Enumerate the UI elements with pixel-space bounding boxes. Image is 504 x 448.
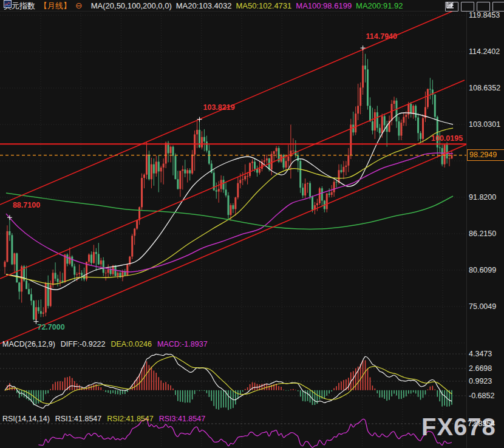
trading-chart-window: 美元指数 【月线】 ⊖ MA(20,50,100,200,0,0) MA20:1… (0, 0, 504, 448)
price-annotation-low-2011: 72.7000 (37, 323, 64, 331)
ma-settings-label: MA(20,50,100,200,0,0) (91, 1, 172, 10)
y-axis-label: 103.0301 (469, 120, 500, 129)
chart-header: 美元指数 【月线】 ⊖ MA(20,50,100,200,0,0) MA20:1… (4, 0, 403, 12)
macd-axis-label: 0.9923 (469, 377, 492, 385)
price-annotation-high-2022: 114.7940 (366, 32, 397, 41)
macd-axis-label: 2.6698 (469, 364, 492, 373)
y-axis-label: 86.2150 (469, 229, 496, 238)
macd-title: MACD(26,12,9) (2, 340, 55, 348)
y-axis-label: 119.8453 (469, 11, 500, 19)
price-annotation-high-2010: 88.7100 (13, 201, 40, 209)
macd-label-row[interactable]: MACD(26,12,9) DIFF:-0.9222 DEA:0.0246 MA… (2, 340, 208, 348)
circle-minus-icon[interactable]: ⊖ (75, 2, 83, 10)
timeframe-label[interactable]: 【月线】 (39, 1, 71, 12)
rsi-grid-label: 72.8354 (468, 419, 495, 428)
rsi3-value: RSI3:41.8547 (159, 415, 205, 423)
ma100-value: MA100:98.6199 (296, 1, 352, 10)
ma200-value: MA200:91.92 (356, 1, 403, 10)
ma50-value: MA50:102.4731 (236, 1, 292, 10)
chart-toolbar (445, 2, 504, 12)
y-axis-label: 75.0049 (469, 302, 496, 311)
rsi-title: RSI(14,14,14) (2, 415, 50, 423)
current-price-box: 98.2949 (467, 149, 504, 161)
y-axis-label: 80.6099 (469, 266, 496, 274)
rsi-label-row[interactable]: RSI(14,14,14) RSI1:41.8547 RSI2:41.8547 … (2, 415, 205, 423)
macd-axis-label: -0.6852 (469, 392, 494, 400)
y-axis-label: 108.6352 (469, 84, 500, 92)
macd-dea-value: DEA:0.0246 (111, 340, 151, 348)
y-axis-label: 114.2402 (469, 47, 500, 56)
chart-canvas[interactable] (0, 0, 504, 448)
y-axis-label: 91.8200 (469, 193, 496, 202)
pan-right-icon[interactable] (492, 2, 504, 12)
price-annotation-level-label: 100.0195 (431, 134, 463, 143)
macd-axis-label: 4.3473 (469, 350, 492, 358)
rsi1-value: RSI1:41.8547 (55, 415, 101, 423)
macd-value: MACD:-1.8937 (157, 340, 208, 348)
rsi2-value: RSI2:41.8547 (107, 415, 153, 423)
price-annotation-high-2017: 103.8219 (203, 103, 235, 112)
scale-axis-right-icon[interactable] (477, 2, 490, 12)
macd-diff-value: DIFF:-0.9222 (61, 340, 106, 348)
ma20-value: MA20:103.4032 (176, 1, 232, 10)
scale-axis-left-icon[interactable] (461, 2, 474, 12)
